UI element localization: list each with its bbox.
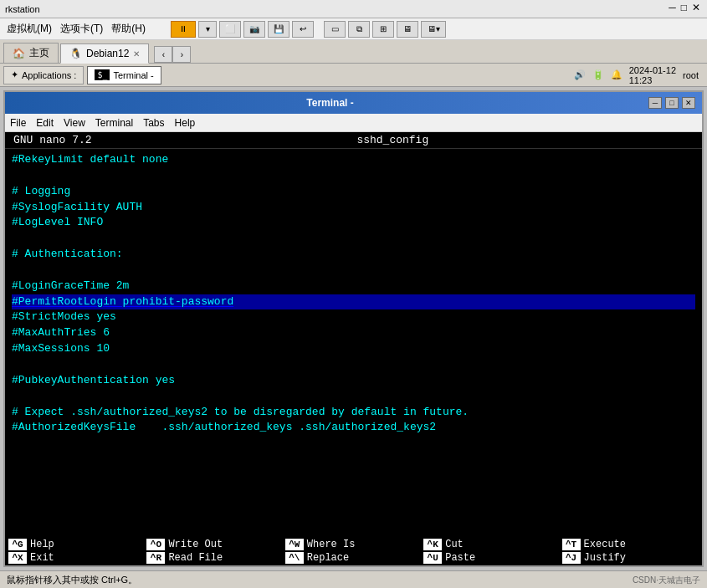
taskbar-item-terminal[interactable]: $_ Terminal -	[87, 66, 161, 84]
vm-taskbar: ✦ Applications : $_ Terminal - 🔊 🔋 🔔 202…	[0, 64, 707, 87]
win-close[interactable]: ✕	[682, 97, 695, 109]
nano-cmd-exit: ^X Exit	[8, 552, 145, 564]
nano-line-14	[12, 357, 695, 373]
tab-close-icon[interactable]: ✕	[133, 49, 140, 59]
nano-content[interactable]: #RekeyLimit default none # Logging #Sysl…	[5, 149, 702, 537]
toolbar-btn-snapshot[interactable]: 📷	[243, 21, 265, 38]
toolbar-btn-pause[interactable]: ⏸	[171, 21, 196, 38]
label-writeout: Write Out	[168, 539, 223, 550]
tmenu-help[interactable]: Help	[175, 117, 196, 129]
nano-line-5: #LogLevel INFO	[12, 215, 695, 231]
label-help: Help	[30, 539, 54, 550]
key-cw: ^W	[285, 539, 304, 550]
watermark: CSDN·天城吉电子	[633, 575, 700, 586]
tmenu-tabs[interactable]: Tabs	[143, 117, 164, 129]
sound-icon: 🔊	[574, 69, 586, 80]
tab-debian12[interactable]: 🐧 Debian12 ✕	[60, 43, 149, 64]
ws-title: rkstation	[5, 4, 40, 14]
tmenu-view[interactable]: View	[64, 117, 85, 129]
key-cx: ^X	[8, 552, 27, 564]
toolbar-btn-chevron[interactable]: ▾	[198, 21, 217, 38]
label-exit: Exit	[30, 552, 54, 564]
vm-menu-vm[interactable]: 虚拟机(M)	[7, 22, 52, 36]
nano-line-9: #LoginGraceTime 2m	[12, 279, 695, 294]
nano-line-1: #RekeyLimit default none	[12, 152, 695, 168]
label-whereis: Where Is	[307, 539, 356, 550]
nano-line-16	[12, 389, 695, 405]
tab-home[interactable]: 🏠 主页	[3, 43, 59, 63]
nano-editor: GNU nano 7.2 sshd_config #RekeyLimit def…	[5, 132, 702, 565]
key-cj: ^J	[562, 552, 581, 564]
toolbar-btn-restore[interactable]: ↩	[292, 21, 314, 38]
tmenu-terminal[interactable]: Terminal	[95, 117, 133, 129]
toolbar-btn-net1[interactable]: 🖥	[397, 21, 418, 38]
label-execute: Execute	[584, 539, 626, 550]
nano-line-2	[12, 168, 695, 184]
key-ct: ^T	[562, 539, 581, 550]
nano-footer: ^G Help ^O Write Out ^W Where Is ^K Cut …	[5, 537, 702, 565]
nano-cmd-justify: ^J Justify	[562, 552, 699, 564]
nano-line-6	[12, 231, 695, 247]
nano-line-10: #PermitRootLogin prohibit-password	[12, 294, 695, 310]
nano-line-11: #StrictModes yes	[12, 309, 695, 325]
tab-bar: 🏠 主页 🐧 Debian12 ✕ ‹ ›	[0, 40, 707, 64]
nano-header: GNU nano 7.2 sshd_config	[5, 132, 702, 149]
toolbar-btn-win1[interactable]: ▭	[324, 21, 346, 38]
tab-scroll-right[interactable]: ›	[172, 46, 191, 63]
debian-icon: 🐧	[69, 48, 82, 59]
vm-status-right: 🔊 🔋 🔔 2024-01-12 11:23 root	[574, 65, 704, 85]
label-readfile: Read File	[168, 552, 223, 564]
nano-cmd-cut: ^K Cut	[423, 539, 560, 550]
label-replace: Replace	[307, 552, 349, 564]
home-icon: 🏠	[13, 48, 25, 59]
nano-line-12: #MaxAuthTries 6	[12, 325, 695, 341]
taskbar-terminal-label: Terminal -	[113, 70, 153, 80]
vm-menu-tabs[interactable]: 选项卡(T)	[60, 22, 103, 36]
statusbar-hint: 鼠标指针移入其中或按 Ctrl+G。	[7, 574, 137, 586]
tmenu-edit[interactable]: Edit	[36, 117, 54, 129]
nano-line-8	[12, 263, 695, 279]
win-minimize[interactable]: ─	[648, 97, 662, 109]
nano-cmd-paste: ^U Paste	[423, 552, 560, 564]
win-controls: ─ □ ✕	[648, 97, 695, 109]
ws-controls: ─ □ ✕	[669, 2, 700, 13]
nano-cmd-replace: ^\ Replace	[285, 552, 422, 564]
username: root	[683, 70, 699, 80]
statusbar: 鼠标指针移入其中或按 Ctrl+G。 CSDN·天城吉电子	[0, 570, 707, 588]
apps-icon: ✦	[11, 69, 18, 80]
nano-line-15: #PubkeyAuthentication yes	[12, 373, 695, 389]
toolbar-btn-net2[interactable]: 🖥▾	[421, 21, 446, 38]
toolbar-btn-win3[interactable]: ⊞	[372, 21, 394, 38]
toolbar-btn-save[interactable]: 💾	[268, 21, 289, 38]
vm-menu-help[interactable]: 帮助(H)	[111, 22, 146, 36]
nano-cmd-writeout: ^O Write Out	[146, 539, 283, 550]
toolbar-btn-monitor[interactable]: ⬜	[219, 21, 241, 38]
nano-cmd-whereis: ^W Where Is	[285, 539, 422, 550]
nano-line-4: #SyslogFacility AUTH	[12, 200, 695, 216]
nano-line-7: # Authentication:	[12, 247, 695, 263]
key-cu: ^U	[423, 552, 442, 564]
tmenu-file[interactable]: File	[10, 117, 26, 129]
nano-cmd-execute: ^T Execute	[562, 539, 699, 550]
ws-titlebar: rkstation ─ □ ✕	[0, 0, 707, 18]
toolbar-btn-win2[interactable]: ⧉	[348, 21, 370, 38]
vm-menubar: 虚拟机(M) 选项卡(T) 帮助(H) ⏸ ▾ ⬜ 📷 💾 ↩ ▭ ⧉ ⊞ 🖥 …	[0, 18, 707, 40]
key-cr: ^R	[146, 552, 165, 564]
tab-debian-label: Debian12	[86, 48, 129, 59]
battery-icon: 🔋	[592, 69, 604, 80]
terminal-taskbar-icon: $_	[95, 69, 110, 80]
key-cbslash: ^\	[285, 552, 304, 564]
label-cut: Cut	[445, 539, 464, 550]
label-paste: Paste	[445, 552, 475, 564]
terminal-titlebar: Terminal - ─ □ ✕	[5, 92, 702, 114]
terminal-title: Terminal -	[12, 97, 648, 109]
nano-filename: sshd_config	[356, 134, 428, 146]
terminal-menu: File Edit View Terminal Tabs Help	[5, 114, 702, 132]
label-justify: Justify	[584, 552, 626, 564]
bell-icon: 🔔	[611, 69, 622, 80]
taskbar-item-apps[interactable]: ✦ Applications :	[3, 66, 84, 84]
win-maximize[interactable]: □	[665, 97, 679, 109]
tab-scroll-left[interactable]: ‹	[154, 46, 172, 63]
nano-line-17: # Expect .ssh/authorized_keys2 to be dis…	[12, 405, 695, 421]
nano-line-3: # Logging	[12, 184, 695, 200]
